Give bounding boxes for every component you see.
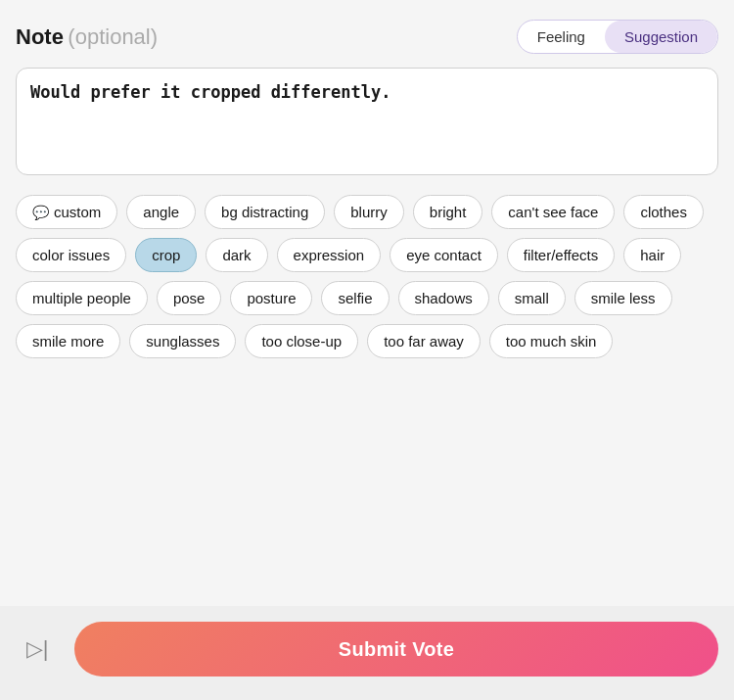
tab-suggestion[interactable]: Suggestion <box>605 21 717 53</box>
tag-label-cant-see-face: can't see face <box>508 204 598 220</box>
tag-label-angle: angle <box>143 204 179 220</box>
tag-label-hair: hair <box>640 247 665 263</box>
tag-too-far-away[interactable]: too far away <box>367 324 481 358</box>
note-optional: (optional) <box>68 24 158 49</box>
tag-label-clothes: clothes <box>640 204 687 220</box>
tag-expression[interactable]: expression <box>277 238 382 272</box>
note-label: Note (optional) <box>16 24 158 50</box>
submit-vote-button[interactable]: Submit Vote <box>74 622 718 677</box>
tag-selfie[interactable]: selfie <box>321 281 389 315</box>
tag-label-color-issues: color issues <box>32 247 110 263</box>
tags-container: 💬customanglebg distractingblurrybrightca… <box>16 195 718 358</box>
tag-bg-distracting[interactable]: bg distracting <box>205 195 325 229</box>
tag-label-too-much-skin: too much skin <box>506 333 597 350</box>
tag-label-bg-distracting: bg distracting <box>221 204 308 220</box>
tag-too-much-skin[interactable]: too much skin <box>489 324 614 358</box>
tag-label-selfie: selfie <box>338 290 372 306</box>
tag-smile-less[interactable]: smile less <box>574 281 672 315</box>
main-container: Note (optional) Feeling Suggestion Would… <box>0 0 734 606</box>
tag-label-too-close-up: too close-up <box>261 333 342 350</box>
skip-button[interactable]: ▷| <box>16 628 59 671</box>
tag-cant-see-face[interactable]: can't see face <box>491 195 615 229</box>
note-textarea[interactable]: Would prefer it cropped differently. <box>16 68 718 175</box>
tag-label-expression: expression <box>294 247 365 263</box>
tag-label-filter-effects: filter/effects <box>524 247 598 263</box>
tag-label-crop: crop <box>152 247 180 263</box>
tag-label-dark: dark <box>222 247 251 263</box>
tag-small[interactable]: small <box>498 281 566 315</box>
tag-multiple-people[interactable]: multiple people <box>16 281 148 315</box>
tag-label-smile-less: smile less <box>591 290 656 306</box>
tag-posture[interactable]: posture <box>230 281 312 315</box>
tag-dark[interactable]: dark <box>206 238 267 272</box>
tag-label-too-far-away: too far away <box>384 333 464 350</box>
tag-angle[interactable]: angle <box>126 195 196 229</box>
tag-smile-more[interactable]: smile more <box>16 324 120 358</box>
tag-bright[interactable]: bright <box>413 195 483 229</box>
tab-group: Feeling Suggestion <box>517 20 718 54</box>
tag-color-issues[interactable]: color issues <box>16 238 126 272</box>
tag-sunglasses[interactable]: sunglasses <box>129 324 236 358</box>
custom-icon: 💬 <box>32 205 49 220</box>
tag-label-eye-contact: eye contact <box>406 247 482 263</box>
tag-crop[interactable]: crop <box>135 238 197 272</box>
tag-label-bright: bright <box>430 204 467 220</box>
tag-label-custom: custom <box>54 204 101 220</box>
tag-label-sunglasses: sunglasses <box>146 333 219 350</box>
tag-hair[interactable]: hair <box>623 238 681 272</box>
tag-blurry[interactable]: blurry <box>334 195 404 229</box>
tag-clothes[interactable]: clothes <box>623 195 704 229</box>
header-row: Note (optional) Feeling Suggestion <box>16 20 718 54</box>
tag-label-pose: pose <box>173 290 206 306</box>
note-title: Note <box>16 24 64 49</box>
tag-label-shadows: shadows <box>415 290 473 306</box>
tag-pose[interactable]: pose <box>157 281 222 315</box>
bottom-bar: ▷| Submit Vote <box>0 606 734 700</box>
tag-custom[interactable]: 💬custom <box>16 195 117 229</box>
tag-too-close-up[interactable]: too close-up <box>245 324 358 358</box>
tag-filter-effects[interactable]: filter/effects <box>507 238 615 272</box>
skip-icon: ▷| <box>26 636 49 662</box>
tag-label-posture: posture <box>247 290 296 306</box>
tag-label-smile-more: smile more <box>32 333 104 350</box>
tag-label-blurry: blurry <box>350 204 388 220</box>
tag-eye-contact[interactable]: eye contact <box>390 238 498 272</box>
tag-shadows[interactable]: shadows <box>398 281 489 315</box>
tag-label-multiple-people: multiple people <box>32 290 131 306</box>
tab-feeling[interactable]: Feeling <box>518 21 605 53</box>
tag-label-small: small <box>515 290 549 306</box>
